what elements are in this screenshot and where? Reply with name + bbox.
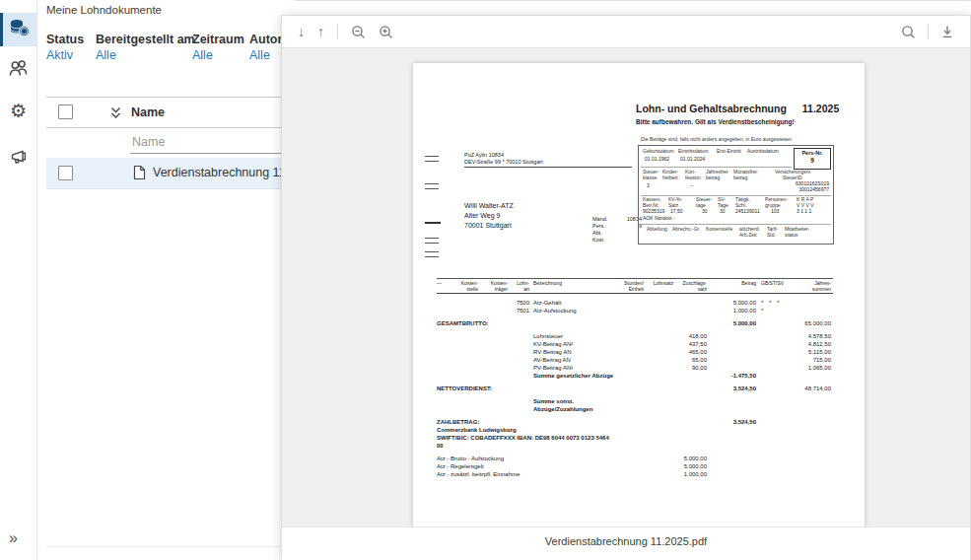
info-value: 245139011: [735, 209, 760, 215]
payslip-cell: [707, 340, 756, 348]
payslip-cell: [478, 332, 508, 340]
payslip-cell: [756, 385, 786, 392]
payslip-cell: [478, 299, 508, 307]
payslip-cell: [644, 397, 673, 413]
info-value: 01.01.1962: [645, 157, 669, 163]
payslip-cell: [673, 372, 707, 380]
info-label: Mitarbeiter- status: [785, 227, 809, 238]
payslip-cell: [614, 319, 644, 327]
payslip-cell: [786, 372, 831, 380]
payslip-cell: [452, 340, 478, 348]
payslip-cell: [756, 455, 786, 462]
sidebar-item-announcements[interactable]: [0, 142, 36, 175]
payslip-cell: [786, 418, 831, 426]
payslip-cell: [614, 426, 644, 434]
sender-address: PuZ Aylin 10834 DEV-Straße 99 * 70010 St…: [464, 152, 632, 168]
payslip-cell: [786, 434, 831, 450]
fold-mark: [425, 183, 439, 184]
payslip-cell: [508, 364, 529, 372]
payslip-cell: [508, 332, 529, 340]
filter-zeitraum-value[interactable]: Alle: [192, 48, 244, 62]
payslip-cell: *: [756, 307, 786, 315]
payslip-cell: [644, 299, 673, 307]
sort-chevrons-icon[interactable]: [109, 105, 122, 123]
name-column-header[interactable]: Name: [131, 105, 165, 119]
select-all-checkbox[interactable]: [58, 105, 73, 119]
filter-bereitgestellt-label: Bereitgestellt am: [96, 33, 195, 46]
abt-label: Abt.: [592, 230, 602, 237]
payslip-cell: [508, 340, 529, 348]
payslip-cell: [437, 397, 452, 413]
payslip-cell: 465,00: [673, 348, 707, 356]
search-icon[interactable]: [901, 25, 916, 39]
filter-zeitraum: Zeitraum Alle: [192, 33, 244, 62]
payslip-subtitle: Bitte aufbewahren. Gilt als Verdienstbes…: [636, 118, 795, 125]
payslip-cell: [756, 364, 786, 372]
payslip-cell: [614, 307, 644, 315]
filter-status-value[interactable]: Aktiv: [46, 48, 84, 62]
info-label: Eintrittsdatum: [678, 149, 709, 155]
payslip-cell: [478, 348, 508, 356]
zoom-out-icon[interactable]: [351, 25, 366, 39]
sidebar-item-lohndokumente[interactable]: [0, 13, 36, 46]
filter-autor-label: Autor: [249, 33, 282, 46]
pdf-viewer-area[interactable]: Lohn- und Gehaltsabrechnung11.2025 Bitte…: [282, 48, 970, 526]
recipient-name: Willi Walter-ATZ: [464, 201, 514, 211]
payslip-cell: SWIFT/BIC: COBADEFFXXX IBAN: DE98 6044 0…: [437, 434, 614, 450]
payslip-cell: KV-Beitrag AN²: [529, 340, 614, 348]
header-cell: Betrag: [707, 281, 756, 292]
page-down-icon[interactable]: ↓: [298, 25, 305, 38]
payslip-cell: Summe gesetzlicher Abzüge: [529, 372, 614, 380]
filter-autor-value[interactable]: Alle: [249, 48, 282, 62]
payslip-cell: [452, 332, 478, 340]
payslip-cell: 48.714,00: [786, 385, 831, 392]
info-value: 103: [771, 209, 779, 215]
payslip-cell: [644, 348, 673, 356]
sidebar-item-settings[interactable]: ⚙: [0, 94, 36, 127]
payslip-cell: [707, 426, 756, 434]
zoom-in-icon[interactable]: [379, 25, 393, 39]
payslip-cell: [644, 470, 673, 478]
toolbar-right-group: [901, 24, 970, 39]
filter-autor: Autor Alle: [249, 33, 282, 62]
payslip-cell: Atz - zusätzl. beitrpfl. Einnahme: [437, 470, 614, 478]
download-icon[interactable]: [940, 25, 954, 38]
payslip-cell: [437, 364, 452, 372]
payslip-cell: [644, 340, 673, 348]
payslip-cell: [707, 455, 756, 462]
payslip-cell: [614, 385, 644, 392]
payslip-cell: [478, 364, 508, 372]
payslip-cell: 3.524,50: [707, 385, 756, 392]
payslip-period: 11.2025: [802, 103, 839, 114]
breadcrumb: Meine Lohndokumente: [46, 4, 162, 16]
sidebar-expand-button[interactable]: »: [9, 529, 18, 547]
toolbar-divider: [928, 24, 929, 39]
payslip-cell: 4.578,50: [786, 332, 831, 340]
info-label: Geburtsdatum: [643, 149, 674, 155]
payslip-cell: [614, 340, 644, 348]
payslip-cell: [707, 356, 756, 364]
toolbar-divider: [337, 24, 338, 39]
employee-info-box: Pers-Nr. 9 Geburtsdatum Eintrittsdatum E…: [638, 145, 834, 245]
filter-status: Status Aktiv: [46, 33, 84, 62]
header-cell: GB/ST/SV: [756, 281, 786, 292]
filter-bereitgestellt-value[interactable]: Alle: [96, 48, 195, 62]
sidebar-item-users[interactable]: [0, 53, 36, 87]
payslip-cell: [614, 299, 644, 307]
pdf-filename: Verdienstabrechnung 11.2025.pdf: [545, 535, 707, 547]
payslip-cell: [707, 397, 756, 413]
payslip-cell: [452, 348, 478, 356]
info-label: Erst-Eintritt: [717, 149, 741, 155]
filter-zeitraum-label: Zeitraum: [192, 33, 244, 46]
payslip-cell: Atz-Aufstockung: [529, 307, 614, 315]
payslip-cell: [786, 426, 831, 434]
info-label: Tätigk. Schl.: [735, 197, 750, 208]
payslip-cell: [756, 434, 786, 450]
window-top-divider: [294, 0, 971, 1]
payslip-cell: [644, 434, 673, 450]
payslip-cell: [478, 307, 508, 315]
payslip-cell: [644, 455, 673, 462]
page-up-icon[interactable]: ↑: [317, 25, 324, 38]
payslip-row: PV-Beitrag AN¹90,001.065,00: [437, 364, 833, 372]
row-checkbox[interactable]: [58, 166, 73, 180]
